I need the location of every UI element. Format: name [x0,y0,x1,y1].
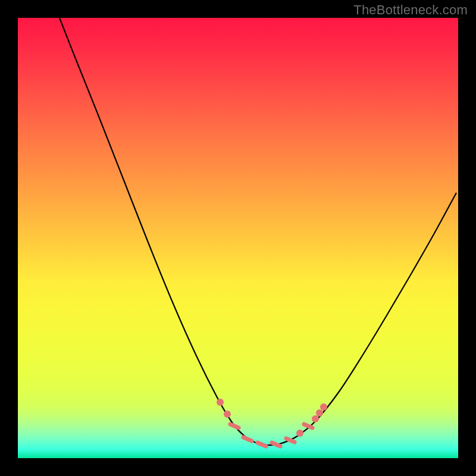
curve-marker-dash [272,443,280,446]
curve-marker-dot [312,415,319,422]
curve-marker-dot [296,430,303,437]
curve-marker-dash [230,424,239,428]
chart-frame: TheBottleneck.com [0,0,476,476]
curve-marker-dot [320,403,327,411]
curve-markers [217,399,327,446]
watermark-text: TheBottleneck.com [353,2,468,18]
curve-marker-dot [217,399,224,406]
curve-marker-dot [224,411,231,418]
curve-marker-dot [316,409,323,416]
plot-area [18,18,458,458]
curve-marker-dash [258,443,266,446]
curve-marker-dash [243,437,252,441]
bottleneck-curve [60,18,456,445]
curve-layer [18,18,458,458]
